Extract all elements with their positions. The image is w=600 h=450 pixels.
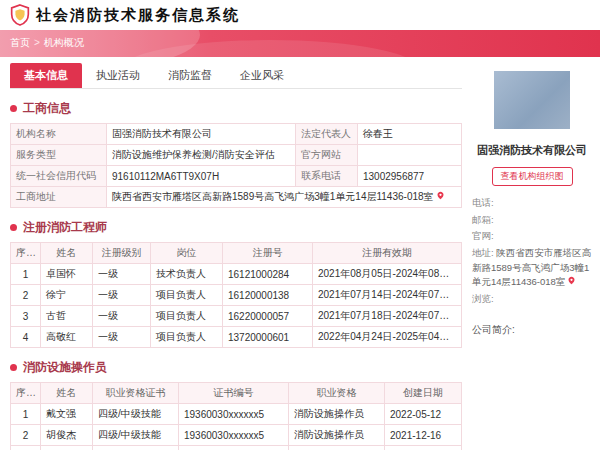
section-bullet-icon — [10, 364, 17, 371]
breadcrumb-home-link[interactable]: 首页 — [10, 37, 30, 48]
tab-bar: 基本信息 执业活动 消防监督 企业风采 — [10, 63, 462, 89]
section-engineers: 注册消防工程师 序号 姓名 注册级别 岗位 注册号 注册有效期 1 — [10, 219, 462, 348]
table-header-row: 序号 姓名 注册级别 岗位 注册号 注册有效期 — [11, 243, 462, 264]
field-label: 统一社会信用代码 — [11, 166, 107, 187]
info-label: 电话: — [472, 197, 494, 208]
cell-name: 徐宁 — [41, 285, 93, 306]
field-value-address: 陕西省西安市雁塔区高新路1589号高飞鸿广场3幢1单元14层11436-018室 — [107, 187, 462, 208]
app-header: 社会消防技术服务信息系统 — [0, 0, 600, 30]
table-row: 3 古哲 一级 项目负责人 16220000057 2021年07月18日-20… — [11, 306, 462, 327]
info-row-website: 官网: — [472, 229, 592, 244]
cell-seq: 3 — [11, 306, 41, 327]
cell-reg-no: 16121000284 — [223, 264, 313, 285]
cell-cert-level: 四级/中级技能 — [93, 425, 179, 446]
field-label: 工商地址 — [11, 187, 107, 208]
cell-qualification: 消防设施操作员 — [289, 404, 385, 425]
section-title: 注册消防工程师 — [23, 219, 107, 236]
tab-company-showcase[interactable]: 企业风采 — [226, 63, 298, 88]
table-row: 机构名称 固强消防技术有限公司 法定代表人 徐春王 — [11, 124, 462, 145]
cell-seq: 3 — [11, 446, 41, 450]
column-header: 注册级别 — [93, 243, 151, 264]
breadcrumb-separator: > — [34, 37, 40, 48]
cell-position: 项目负责人 — [151, 285, 223, 306]
table-row: 4 高敬红 一级 项目负责人 13720000601 2022年04月24日-2… — [11, 327, 462, 348]
table-row: 服务类型 消防设施维护保养检测/消防安全评估 官方网站 — [11, 145, 462, 166]
table-row: 工商地址 陕西省西安市雁塔区高新路1589号高飞鸿广场3幢1单元14层11436… — [11, 187, 462, 208]
section-header: 注册消防工程师 — [10, 219, 462, 236]
section-header: 消防设施操作员 — [10, 359, 462, 376]
business-info-table: 机构名称 固强消防技术有限公司 法定代表人 徐春王 服务类型 消防设施维护保养检… — [10, 123, 462, 208]
info-row-address: 地址: 陕西省西安市雁塔区高新路1589号高飞鸿广场3幢1单元14层11436-… — [472, 246, 592, 290]
engineers-table: 序号 姓名 注册级别 岗位 注册号 注册有效期 1 卓国怀 一级 技术负责人 1 — [10, 242, 462, 348]
section-header: 工商信息 — [10, 100, 462, 117]
table-row: 1 卓国怀 一级 技术负责人 16121000284 2021年08月05日-2… — [11, 264, 462, 285]
page-title: 社会消防技术服务信息系统 — [36, 6, 240, 25]
cell-validity: 2022年04月24日-2025年04月24日 — [313, 327, 462, 348]
column-header: 职业资格证书 — [93, 383, 179, 404]
cell-seq: 4 — [11, 327, 41, 348]
location-pin-icon — [436, 190, 445, 201]
cell-level: 一级 — [93, 306, 151, 327]
breadcrumb: 首页>机构概况 — [10, 36, 84, 50]
cell-seq: 1 — [11, 404, 41, 425]
field-value: 徐春王 — [358, 124, 462, 145]
column-header: 职业资格 — [289, 383, 385, 404]
cell-cert-level: 四级/中级技能 — [93, 404, 179, 425]
cell-name: 高敬红 — [41, 327, 93, 348]
column-header: 创建日期 — [385, 383, 462, 404]
cell-validity: 2021年08月05日-2024年08月05日 — [313, 264, 462, 285]
info-row-phone: 电话: — [472, 196, 592, 211]
cell-created-date: 2022-05-12 — [385, 404, 462, 425]
cell-cert-no: 19360030xxxxxx5 — [179, 404, 289, 425]
cell-qualification: 消防设施操作员 — [289, 446, 385, 450]
column-header: 注册号 — [223, 243, 313, 264]
cell-reg-no: 16120000138 — [223, 285, 313, 306]
cell-created-date: 2021-12-16 — [385, 425, 462, 446]
section-title: 工商信息 — [23, 100, 71, 117]
cell-level: 一级 — [93, 264, 151, 285]
field-label: 官方网站 — [296, 145, 358, 166]
cell-level: 一级 — [93, 327, 151, 348]
section-bullet-icon — [10, 224, 17, 231]
cell-cert-level: 五级/初级技能 — [93, 446, 179, 450]
info-label: 浏览: — [472, 293, 494, 304]
cell-position: 项目负责人 — [151, 306, 223, 327]
table-row: 3 刘磊 五级/初级技能 18360030xxxxxx5 消防设施操作员 202… — [11, 446, 462, 450]
table-row: 2 胡俊杰 四级/中级技能 19360030xxxxxx5 消防设施操作员 20… — [11, 425, 462, 446]
view-org-chart-button[interactable]: 查看机构组织图 — [492, 167, 573, 186]
cell-validity: 2021年07月18日-2024年07月18日 — [313, 306, 462, 327]
field-label: 法定代表人 — [296, 124, 358, 145]
cell-qualification: 消防设施操作员 — [289, 425, 385, 446]
info-label: 邮箱: — [472, 214, 494, 225]
cell-name: 戴文强 — [41, 404, 93, 425]
cell-seq: 1 — [11, 264, 41, 285]
tab-practice-activity[interactable]: 执业活动 — [82, 63, 154, 88]
field-value: 消防设施维护保养检测/消防安全评估 — [107, 145, 296, 166]
cell-position: 项目负责人 — [151, 327, 223, 348]
column-header: 姓名 — [41, 243, 93, 264]
company-sidebar: 固强消防技术有限公司 查看机构组织图 电话: 邮箱: 官网: 地址: 陕西省西安… — [468, 57, 600, 450]
tab-fire-supervision[interactable]: 消防监督 — [154, 63, 226, 88]
cell-cert-no: 18360030xxxxxx5 — [179, 446, 289, 450]
column-header: 证书编号 — [179, 383, 289, 404]
cell-name: 卓国怀 — [41, 264, 93, 285]
cell-position: 技术负责人 — [151, 264, 223, 285]
section-title: 消防设施操作员 — [23, 359, 107, 376]
column-header: 序号 — [11, 383, 41, 404]
field-value — [358, 145, 462, 166]
table-row: 1 戴文强 四级/中级技能 19360030xxxxxx5 消防设施操作员 20… — [11, 404, 462, 425]
breadcrumb-current: 机构概况 — [44, 37, 84, 48]
operators-table: 序号 姓名 职业资格证书 证书编号 职业资格 创建日期 1 戴文强 四级/中级技… — [10, 382, 462, 450]
section-bullet-icon — [10, 105, 17, 112]
company-info-list: 电话: 邮箱: 官网: 地址: 陕西省西安市雁塔区高新路1589号高飞鸿广场3幢… — [472, 196, 592, 307]
cell-level: 一级 — [93, 285, 151, 306]
field-label: 服务类型 — [11, 145, 107, 166]
cell-validity: 2021年07月14日-2024年07月14日 — [313, 285, 462, 306]
info-row-views: 浏览: — [472, 292, 592, 307]
content-column: 基本信息 执业活动 消防监督 企业风采 工商信息 机构名称 固强消防技术有限公司… — [0, 57, 468, 450]
main-layout: 基本信息 执业活动 消防监督 企业风采 工商信息 机构名称 固强消防技术有限公司… — [0, 57, 600, 450]
cell-reg-no: 13720000601 — [223, 327, 313, 348]
location-pin-icon — [567, 275, 576, 286]
tab-basic-info[interactable]: 基本信息 — [10, 63, 82, 88]
banner: 首页>机构概况 — [0, 30, 600, 57]
